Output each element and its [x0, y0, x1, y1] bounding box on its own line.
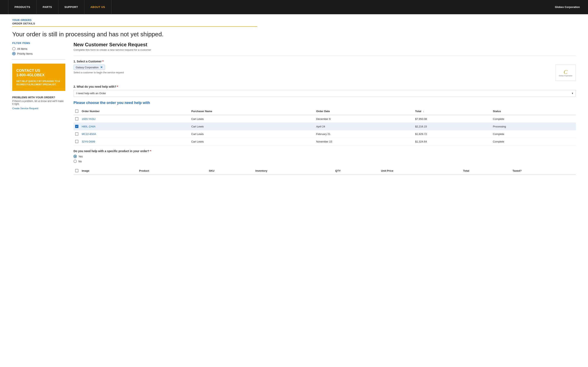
- nav-item-products[interactable]: PRODUCTS: [8, 0, 36, 14]
- col-date: Order Date: [314, 108, 414, 115]
- customer-logo-box: C Galaxy Corporation: [555, 65, 576, 81]
- order-date: December 6: [314, 115, 414, 123]
- product-col-inventory: Inventory: [254, 167, 334, 175]
- contact-title: CONTACT US 1-800-4GLOBEX: [16, 68, 61, 77]
- col-order-number: Order Number: [80, 108, 190, 115]
- col-total[interactable]: Total ↓: [414, 108, 491, 115]
- customer-left: Galaxy Corporation ✕ Select a customer t…: [73, 65, 549, 74]
- order-purchaser: Carl Lewis: [190, 130, 315, 138]
- order-purchaser: Carl Lewis: [190, 138, 315, 145]
- breadcrumb-area: YOUR ORDERS ORDER DETAILS: [0, 14, 588, 27]
- order-date: November 15: [314, 138, 414, 145]
- product-col-product: Product: [138, 167, 207, 175]
- order-row: MC22-8S0A Carl Lewis February 21 $1,829.…: [73, 130, 576, 138]
- select-customer-label: 1. Select a Customer *: [73, 60, 576, 63]
- order-purchaser: Carl Lewis: [190, 115, 315, 123]
- specific-no[interactable]: No: [73, 160, 576, 163]
- filter-all-label: All Items: [17, 47, 27, 50]
- filter-priority-items[interactable]: Priority Items: [12, 52, 65, 55]
- help-with-select-wrapper: I need help with an Order I need help wi…: [73, 90, 576, 97]
- order-date: April 24: [314, 123, 414, 130]
- specific-product-label: Do you need help with a specific product…: [73, 150, 576, 153]
- product-col-total: Total: [461, 167, 511, 175]
- product-table-section: Image Product SKU Inventory QTY Unit Pri…: [73, 167, 576, 175]
- specific-product-options: Yes No: [73, 155, 576, 163]
- help-with-label: 2. What do you need help with? *: [73, 85, 576, 88]
- nav-links: PRODUCTS PARTS SUPPORT ABOUT US: [8, 0, 112, 14]
- order-total: $1,829.72: [414, 130, 491, 138]
- problems-desc: If there's a problem, let us know and we…: [12, 100, 65, 105]
- order-status: Complete: [491, 138, 576, 145]
- contact-desc: GET HELP QUICKLY BY SPEAKING TO A GLOBEX…: [16, 80, 61, 86]
- order-purchaser: Carl Lewis: [190, 123, 315, 130]
- select-all-checkbox[interactable]: [75, 109, 78, 113]
- col-purchaser: Purchaser Name: [190, 108, 315, 115]
- logo-company-name: Galaxy Corporation: [559, 75, 572, 77]
- order-status: Complete: [491, 115, 576, 123]
- sort-icon: ↓: [423, 110, 424, 113]
- form-divider: [73, 55, 576, 56]
- order-id-link[interactable]: MC22-8S0A: [82, 133, 96, 136]
- filter-title: FILTER ITEMS: [12, 42, 65, 45]
- help-with-select[interactable]: I need help with an Order I need help wi…: [73, 90, 576, 97]
- sidebar: FILTER ITEMS All Items Priority Items CO…: [12, 42, 65, 179]
- customer-tag-close[interactable]: ✕: [100, 66, 103, 69]
- order-row: H80L-ZA6A Carl Lewis April 24 $2,216.15 …: [73, 123, 576, 130]
- radio-all-items[interactable]: [12, 47, 16, 50]
- radio-no[interactable]: [73, 160, 77, 163]
- specific-yes[interactable]: Yes: [73, 155, 576, 158]
- create-service-request-link[interactable]: Create Service Request: [12, 107, 38, 110]
- order-date: February 21: [314, 130, 414, 138]
- order-row: 1920-YASU Carl Lewis December 6 $7,950.0…: [73, 115, 576, 123]
- nav-item-support[interactable]: SUPPORT: [58, 0, 84, 14]
- product-col-qty: QTY: [334, 167, 379, 175]
- order-checkbox[interactable]: [75, 125, 78, 128]
- problems-title: PROBLEMS WITH YOUR ORDER?: [12, 96, 65, 99]
- breadcrumb-current: ORDER DETAILS: [12, 22, 576, 25]
- orders-table: Order Number Purchaser Name Order Date T…: [73, 108, 576, 145]
- product-col-image: Image: [80, 167, 138, 175]
- help-with-section: 2. What do you need help with? * I need …: [73, 85, 576, 97]
- filter-priority-label: Priority Items: [17, 52, 33, 55]
- order-id-link[interactable]: 32Y6-D699: [82, 140, 95, 143]
- brand-name: Globex Corporation: [555, 6, 580, 8]
- order-id-link[interactable]: H80L-ZA6A: [82, 125, 95, 128]
- filter-all-items[interactable]: All Items: [12, 47, 65, 50]
- order-checkbox[interactable]: [75, 132, 78, 136]
- order-total: $1,324.64: [414, 138, 491, 145]
- order-checkbox[interactable]: [75, 117, 78, 120]
- radio-yes[interactable]: [73, 155, 77, 158]
- nav-item-parts[interactable]: PARTS: [36, 0, 58, 14]
- customer-hint: Select a customer to begin the service r…: [73, 71, 549, 74]
- main-content: New Customer Service Request Complete th…: [73, 42, 576, 179]
- order-checkbox[interactable]: [75, 140, 78, 143]
- form-title: New Customer Service Request: [73, 42, 576, 48]
- product-col-taxed: Taxed?: [511, 167, 576, 175]
- product-col-unit-price: Unit Price: [379, 167, 461, 175]
- select-customer-section: 1. Select a Customer * Galaxy Corporatio…: [73, 60, 576, 81]
- nav-item-about[interactable]: ABOUT US: [84, 0, 112, 14]
- customer-row: Galaxy Corporation ✕ Select a customer t…: [73, 65, 576, 81]
- product-select-all[interactable]: [75, 169, 78, 172]
- order-status: Processing: [491, 123, 576, 130]
- product-table: Image Product SKU Inventory QTY Unit Pri…: [73, 167, 576, 175]
- customer-logo: C Galaxy Corporation: [559, 69, 572, 77]
- specific-product-section: Do you need help with a specific product…: [73, 150, 576, 163]
- radio-priority-items[interactable]: [12, 52, 16, 55]
- customer-tag[interactable]: Galaxy Corporation ✕: [73, 65, 105, 70]
- page-title-area: Your order is still in processing and ha…: [0, 27, 588, 42]
- navigation: PRODUCTS PARTS SUPPORT ABOUT US Globex C…: [0, 0, 588, 14]
- product-col-sku: SKU: [207, 167, 254, 175]
- order-row: 32Y6-D699 Carl Lewis November 15 $1,324.…: [73, 138, 576, 145]
- main-layout: FILTER ITEMS All Items Priority Items CO…: [0, 42, 588, 187]
- order-total: $2,216.15: [414, 123, 491, 130]
- choose-order-title: Please choose the order you need help wi…: [73, 101, 576, 105]
- breadcrumb-parent[interactable]: YOUR ORDERS: [12, 19, 32, 22]
- specific-no-label: No: [78, 160, 82, 163]
- col-status: Status: [491, 108, 576, 115]
- order-status: Complete: [491, 130, 576, 138]
- order-total: $7,950.08: [414, 115, 491, 123]
- page-title: Your order is still in processing and ha…: [12, 31, 576, 38]
- customer-tag-text: Galaxy Corporation: [76, 66, 99, 69]
- order-id-link[interactable]: 1920-YASU: [82, 117, 95, 120]
